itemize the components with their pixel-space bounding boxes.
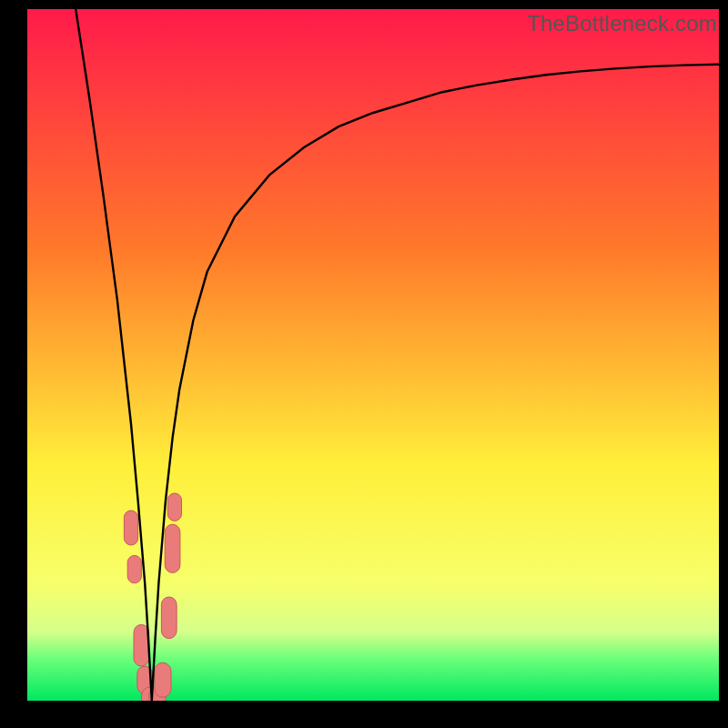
bottleneck-chart <box>27 9 719 701</box>
valley-marker <box>161 597 177 639</box>
valley-marker <box>167 493 181 521</box>
valley-marker <box>127 555 141 582</box>
valley-marker <box>155 662 171 697</box>
valley-marker <box>124 511 137 545</box>
watermark-text: TheBottleneck.com <box>527 11 717 36</box>
valley-marker <box>165 524 180 572</box>
valley-marker <box>134 624 149 666</box>
outer-frame: TheBottleneck.com <box>0 0 728 728</box>
